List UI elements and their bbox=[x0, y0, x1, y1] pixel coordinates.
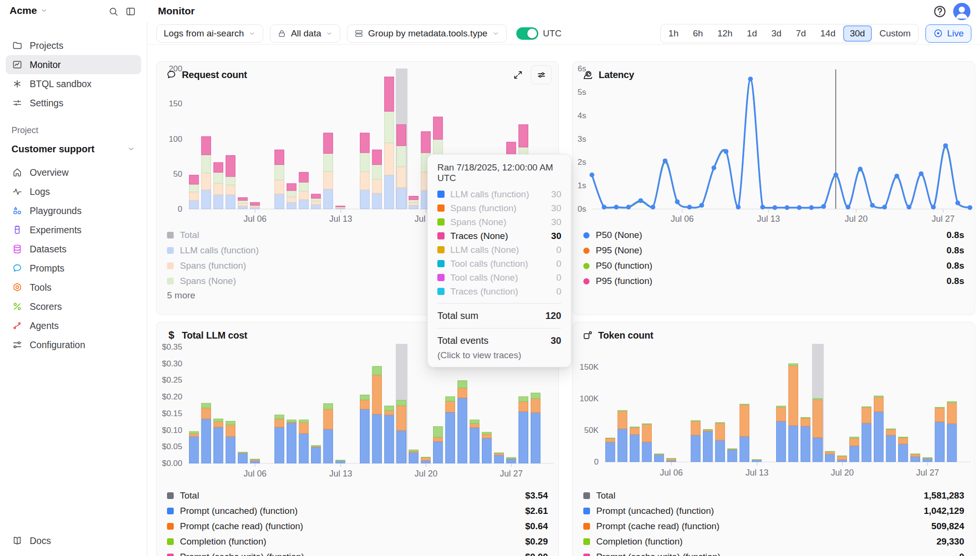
legend-swatch bbox=[167, 492, 174, 499]
filter-pill-all[interactable]: All data bbox=[270, 24, 340, 43]
svg-text:Jul 27: Jul 27 bbox=[916, 468, 939, 477]
svg-text:150: 150 bbox=[169, 99, 182, 108]
legend-swatch bbox=[167, 523, 174, 530]
legend-row[interactable]: Total1,581,283 bbox=[583, 488, 964, 503]
chart-title: Latency bbox=[599, 69, 634, 80]
range-button-14d[interactable]: 14d bbox=[813, 25, 842, 42]
range-button-3d[interactable]: 3d bbox=[765, 25, 788, 42]
svg-text:0: 0 bbox=[594, 457, 599, 466]
token-count-chart[interactable]: 050K100K150KJul 06Jul 13Jul 20Jul 27 bbox=[573, 322, 976, 483]
time-range-group: 1h6h12h1d3d7d14d30dCustom bbox=[660, 24, 919, 43]
sidebar-item-settings[interactable]: Settings bbox=[6, 93, 141, 113]
sidebar-item-scorers[interactable]: Scorers bbox=[6, 297, 141, 316]
chart-title: Request count bbox=[182, 69, 247, 80]
series-label: Spans (function) bbox=[450, 203, 516, 214]
legend-row[interactable]: P95 (None)0.8s bbox=[583, 243, 964, 258]
legend-label: Total bbox=[180, 490, 199, 501]
series-swatch bbox=[437, 232, 445, 239]
svg-text:Jul 06: Jul 06 bbox=[244, 214, 267, 224]
svg-text:0s: 0s bbox=[578, 204, 586, 214]
sidebar-item-projects[interactable]: Projects bbox=[6, 36, 141, 55]
sidebar-item-overview[interactable]: Overview bbox=[6, 163, 141, 182]
sidebar-item-tools[interactable]: Tools bbox=[6, 278, 141, 297]
beaker-icon bbox=[11, 225, 23, 235]
range-button-custom[interactable]: Custom bbox=[873, 25, 917, 42]
series-value: 30 bbox=[551, 217, 561, 227]
range-button-6h[interactable]: 6h bbox=[686, 25, 710, 42]
legend-row[interactable]: Prompt (cache read) (function)509,824 bbox=[583, 519, 964, 534]
svg-text:150K: 150K bbox=[579, 363, 599, 372]
sidebar-item-monitor[interactable]: Monitor bbox=[6, 55, 141, 74]
legend-row[interactable]: Prompt (cache write) (function)0 bbox=[583, 549, 964, 556]
shapes-icon bbox=[11, 205, 23, 216]
tooltip-click-hint[interactable]: (Click to view traces) bbox=[437, 348, 561, 361]
chart-settings-button[interactable] bbox=[531, 65, 552, 84]
svg-text:$0.05: $0.05 bbox=[162, 442, 182, 451]
sidebar-item-label: Datasets bbox=[30, 244, 67, 255]
sidebar-item-btql-sandbox[interactable]: BTQL sandbox bbox=[6, 74, 141, 93]
sidebar-item-prompts[interactable]: Prompts bbox=[6, 259, 141, 278]
sidebar-item-label: Prompts bbox=[30, 263, 65, 274]
sidebar-item-logs[interactable]: Logs bbox=[6, 182, 141, 201]
series-value: 0 bbox=[556, 272, 561, 283]
token-count-card: Token count 050K100K150KJul 06Jul 13Jul … bbox=[572, 322, 975, 556]
legend-row[interactable]: Prompt (cache write) (function)$0.00 bbox=[167, 549, 548, 556]
avatar[interactable] bbox=[953, 3, 970, 20]
sidebar-item-label: Settings bbox=[30, 98, 63, 109]
page-title: Monitor bbox=[158, 5, 195, 17]
legend-row[interactable]: Prompt (uncached) (function)$2.61 bbox=[167, 503, 548, 519]
svg-text:4s: 4s bbox=[578, 111, 586, 120]
help-icon bbox=[933, 4, 947, 19]
chart-tooltip[interactable]: Ran 7/18/2025, 12:00:00 AM UTC LLM calls… bbox=[427, 154, 571, 367]
sidebar-item-agents[interactable]: Agents bbox=[6, 316, 141, 335]
search-button[interactable] bbox=[107, 5, 120, 18]
tooltip-row: Tool calls (function)0 bbox=[437, 257, 561, 271]
sidebar-item-configuration[interactable]: Configuration bbox=[6, 335, 141, 354]
sidebar-toggle-button[interactable] bbox=[124, 5, 137, 18]
legend-row[interactable]: Prompt (cache read) (function)$0.64 bbox=[167, 519, 548, 534]
toggle-switch[interactable] bbox=[516, 27, 538, 40]
sidebar-item-datasets[interactable]: Datasets bbox=[6, 239, 141, 259]
tooltip-row: Traces (function)0 bbox=[437, 284, 561, 298]
sidebar-item-docs[interactable]: Docs bbox=[6, 531, 141, 550]
legend-row[interactable]: Total$3.54 bbox=[167, 488, 548, 503]
sidebar-item-playgrounds[interactable]: Playgrounds bbox=[6, 201, 141, 220]
expand-button[interactable] bbox=[511, 68, 525, 82]
svg-text:50: 50 bbox=[173, 170, 182, 179]
filter-pill-group[interactable]: Group by metadata.tools.type bbox=[347, 24, 506, 43]
legend-row[interactable]: Prompt (uncached) (function)1,042,129 bbox=[583, 503, 964, 519]
range-button-7d[interactable]: 7d bbox=[789, 25, 813, 42]
legend-value: $2.61 bbox=[525, 506, 548, 516]
expand-icon bbox=[513, 70, 523, 80]
range-button-1d[interactable]: 1d bbox=[740, 25, 764, 42]
svg-text:3s: 3s bbox=[578, 135, 586, 144]
range-button-12h[interactable]: 12h bbox=[711, 25, 739, 42]
latency-legend: P50 (None)0.8sP95 (None)0.8sP50 (functio… bbox=[583, 227, 964, 289]
legend-row[interactable]: Completion (function)29,330 bbox=[583, 534, 964, 549]
activity-icon bbox=[11, 186, 23, 197]
sidebar-item-experiments[interactable]: Experiments bbox=[6, 220, 141, 239]
legend-row[interactable]: P50 (function)0.8s bbox=[583, 258, 964, 273]
legend-row[interactable]: Completion (function)$0.29 bbox=[167, 534, 548, 549]
legend-swatch bbox=[583, 508, 590, 514]
legend-row[interactable]: P50 (None)0.8s bbox=[583, 227, 964, 243]
series-value: 30 bbox=[551, 231, 561, 241]
legend-row[interactable]: P95 (function)0.8s bbox=[583, 273, 964, 289]
live-button[interactable]: Live bbox=[925, 24, 971, 43]
svg-text:Jul 27: Jul 27 bbox=[932, 214, 955, 224]
legend-value: 0 bbox=[959, 552, 964, 556]
utc-toggle[interactable]: UTC bbox=[516, 27, 562, 40]
legend-swatch bbox=[167, 508, 174, 514]
svg-text:100K: 100K bbox=[579, 394, 599, 403]
legend-label: P50 (function) bbox=[596, 261, 652, 271]
project-switcher[interactable]: Customer support bbox=[6, 139, 141, 159]
org-switcher[interactable]: Acme bbox=[10, 5, 48, 16]
latency-chart[interactable]: 0s1s2s3s4s5s6sJul 06Jul 13Jul 20Jul 27 bbox=[573, 62, 976, 227]
range-button-30d[interactable]: 30d bbox=[843, 25, 872, 42]
help-button[interactable] bbox=[932, 4, 947, 19]
filter-pill-logs[interactable]: Logs from ai-search bbox=[156, 24, 263, 43]
range-button-1h[interactable]: 1h bbox=[662, 25, 685, 42]
home-icon bbox=[11, 167, 23, 178]
config-sliders-icon bbox=[11, 340, 23, 350]
legend-value: $0.64 bbox=[525, 521, 548, 532]
